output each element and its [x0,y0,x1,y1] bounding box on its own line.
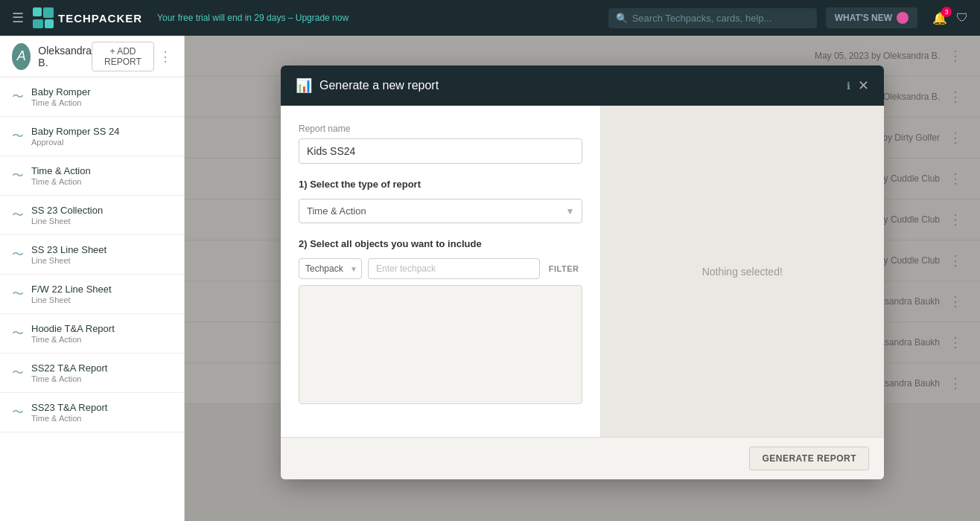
nothing-selected-text: Nothing selected! [702,266,783,278]
svg-rect-3 [45,19,54,28]
sidebar-item[interactable]: 〜 SS 23 Line Sheet Line Sheet [0,235,184,275]
sidebar-item[interactable]: 〜 Baby Romper SS 24 Approval [0,117,184,156]
object-list-area [299,285,582,404]
techpack-select-wrapper: Techpack ▼ [299,258,362,279]
trend-icon: 〜 [12,168,24,184]
modal-body: Report name 1) Select the type of report… [281,106,884,437]
modal-left-panel: Report name 1) Select the type of report… [281,106,601,437]
add-report-button[interactable]: + ADD REPORT [92,42,154,71]
sidebar-item[interactable]: 〜 Baby Romper Time & Action [0,77,184,117]
sidebar-item[interactable]: 〜 SS23 T&A Report Time & Action [0,393,184,432]
content-area: May 05, 2023 by Oleksandra B. ⋮ May 05, … [185,36,980,521]
upgrade-link[interactable]: Upgrade now [296,13,349,23]
filter-button[interactable]: FILTER [546,260,582,278]
trend-icon: 〜 [12,365,24,381]
modal-title: Generate a new report [319,79,839,92]
techpack-select[interactable]: Techpack [299,258,362,279]
svg-rect-0 [33,7,42,16]
notification-badge: 3 [941,7,952,17]
objects-field: 2) Select all objects you want to includ… [299,238,582,404]
report-name-input[interactable] [299,138,582,164]
svg-rect-1 [43,7,54,18]
sidebar-item[interactable]: 〜 SS22 T&A Report Time & Action [0,354,184,393]
search-icon: 🔍 [616,13,628,24]
trend-icon: 〜 [12,208,24,223]
report-type-field: 1) Select the type of report Time & Acti… [299,179,582,223]
modal-close-button[interactable]: ✕ [858,77,869,94]
sidebar-item[interactable]: 〜 Hoodie T&A Report Time & Action [0,314,184,354]
trend-icon: 〜 [12,89,24,105]
topbar-icons: 🔔 3 🛡 [932,11,968,25]
generate-report-modal: 📊 Generate a new report ℹ ✕ Report name [281,65,884,479]
trial-text: Your free trial will end in 29 days – Up… [157,13,599,23]
modal-info-icon[interactable]: ℹ [847,80,850,92]
report-name-field: Report name [299,124,582,164]
notification-icon[interactable]: 🔔 3 [932,11,947,25]
techpack-search-input[interactable] [368,258,540,279]
trend-icon: 〜 [12,129,24,144]
sidebar-header: A Oleksandra B. + ADD REPORT ⋮ [0,36,184,77]
trend-icon: 〜 [12,247,24,263]
main-layout: A Oleksandra B. + ADD REPORT ⋮ 〜 Baby Ro… [0,36,980,521]
modal-header: 📊 Generate a new report ℹ ✕ [281,65,884,106]
svg-rect-2 [33,19,43,28]
sidebar-item[interactable]: 〜 SS 23 Collection Line Sheet [0,196,184,235]
topbar: ☰ TECHPACKER Your free trial will end in… [0,0,980,36]
trend-icon: 〜 [12,287,24,302]
modal-right-panel: Nothing selected! [601,106,885,437]
report-type-select[interactable]: Time & Action Line Sheet Approval [299,199,582,223]
sidebar-username: Oleksandra B. [38,45,92,68]
section1-label: 1) Select the type of report [299,179,582,190]
search-bar[interactable]: 🔍 [608,8,817,28]
modal-footer: GENERATE REPORT [281,437,884,479]
avatar: A [12,43,31,70]
section2-label: 2) Select all objects you want to includ… [299,238,582,249]
generate-report-button[interactable]: GENERATE REPORT [749,447,869,470]
chart-icon: 📊 [296,77,312,94]
sidebar-item[interactable]: 〜 F/W 22 Line Sheet Line Sheet [0,275,184,314]
sidebar: A Oleksandra B. + ADD REPORT ⋮ 〜 Baby Ro… [0,36,185,521]
trend-icon: 〜 [12,405,24,421]
trend-icon: 〜 [12,326,24,342]
type-select-wrapper: Time & Action Line Sheet Approval ▼ [299,199,582,223]
sidebar-list: 〜 Baby Romper Time & Action 〜 Baby Rompe… [0,77,184,521]
shield-icon[interactable]: 🛡 [956,11,968,25]
report-name-label: Report name [299,124,582,134]
modal-overlay: 📊 Generate a new report ℹ ✕ Report name [185,36,980,521]
sidebar-item[interactable]: 〜 Time & Action Time & Action [0,156,184,196]
logo-icon [33,7,54,28]
logo: TECHPACKER [33,7,142,28]
search-input[interactable] [632,13,809,24]
filter-row: Techpack ▼ FILTER [299,258,582,279]
sidebar-more-icon[interactable]: ⋮ [159,48,172,65]
whats-new-button[interactable]: WHAT'S NEW [826,7,917,28]
app-name: TECHPACKER [58,12,142,25]
menu-icon[interactable]: ☰ [12,10,24,26]
whats-new-badge [897,12,909,24]
